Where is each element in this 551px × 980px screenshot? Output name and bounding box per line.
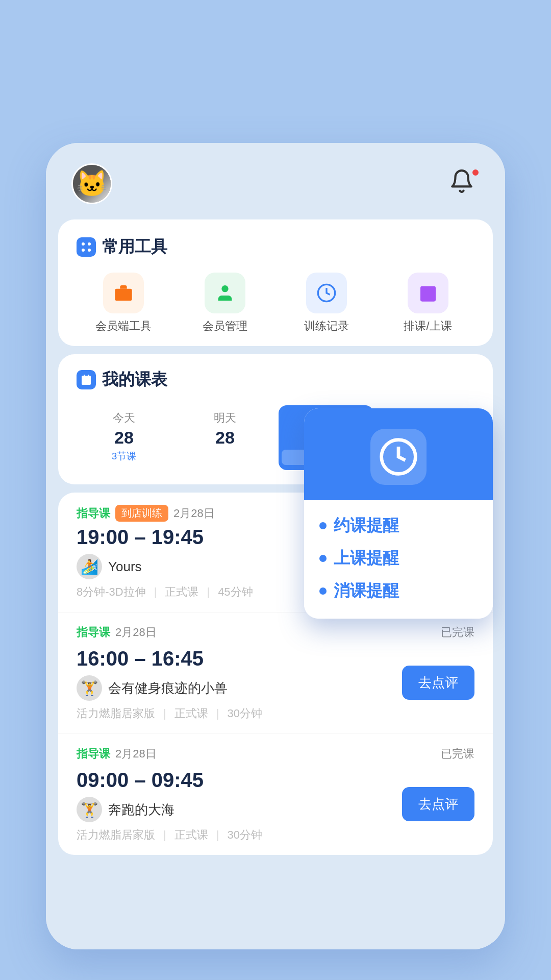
svg-point-0 [82, 242, 85, 246]
tools-card: 常用工具 会员端工具 [58, 219, 493, 346]
course-info-2: 活力燃脂居家版 | 正式课 | 30分钟 [77, 706, 262, 721]
notification-badge [471, 168, 480, 177]
day-tab-today[interactable]: 今天 28 3节课 [77, 405, 171, 470]
svg-rect-7 [420, 286, 436, 302]
tool-schedule-class[interactable]: 排课/上课 [381, 273, 474, 334]
popup-card: 约课提醒 上课提醒 消课提醒 [304, 408, 493, 619]
course-trainer-2: 🏋 会有健身痕迹的小兽 [77, 675, 262, 701]
course-info-3: 活力燃脂居家版 | 正式课 | 30分钟 [77, 827, 262, 843]
popup-header [304, 408, 493, 500]
tools-section-title: 常用工具 [77, 236, 474, 258]
course-card-3: 指导课 2月28日 已完课 09:00 – 09:45 🏋 奔跑的大海 活力燃脂… [58, 734, 493, 855]
tool-training-record[interactable]: 训练记录 [280, 273, 373, 334]
trainer-avatar-3: 🏋 [77, 797, 102, 822]
review-btn-3[interactable]: 去点评 [402, 787, 474, 821]
popup-clock-icon [370, 429, 427, 485]
course-card-2: 指导课 2月28日 已完课 16:00 – 16:45 🏋 会有健身痕迹的小兽 … [58, 612, 493, 734]
course-meta-3: 指导课 2月28日 已完课 [77, 746, 474, 762]
day-tab-tomorrow[interactable]: 明天 28 [178, 405, 272, 470]
svg-rect-4 [115, 289, 132, 301]
avatar [71, 163, 112, 204]
course-trainer-3: 🏋 奔跑的大海 [77, 797, 262, 822]
popup-item-2: 上课提醒 [319, 547, 478, 570]
tool-icon-training-record [306, 273, 347, 313]
popup-item-3: 消课提醒 [319, 580, 478, 602]
popup-item-1: 约课提醒 [319, 514, 478, 537]
trainer-avatar-1: 🏄 [77, 554, 102, 579]
svg-rect-11 [82, 376, 91, 385]
bell-button[interactable] [449, 168, 480, 199]
tool-icon-schedule-class [408, 273, 448, 313]
review-btn-2[interactable]: 去点评 [402, 666, 474, 700]
schedule-section-title: 我的课表 [77, 369, 474, 391]
popup-body: 约课提醒 上课提醒 消课提醒 [304, 500, 493, 619]
tool-icon-member-mgmt [205, 273, 245, 313]
phone-mockup: 常用工具 会员端工具 [46, 143, 505, 949]
tools-icon [77, 237, 96, 257]
trainer-avatar-2: 🏋 [77, 675, 102, 701]
course-meta-2: 指导课 2月28日 已完课 [77, 625, 474, 640]
tools-grid: 会员端工具 会员管理 [77, 273, 474, 334]
tool-icon-member-tools [103, 273, 144, 313]
phone-header [46, 143, 505, 214]
svg-point-2 [82, 249, 85, 252]
svg-point-5 [221, 285, 228, 292]
svg-point-3 [88, 249, 91, 252]
tool-member-tools[interactable]: 会员端工具 [77, 273, 170, 334]
schedule-icon [77, 370, 96, 389]
svg-point-1 [88, 242, 91, 246]
tool-member-mgmt[interactable]: 会员管理 [178, 273, 271, 334]
